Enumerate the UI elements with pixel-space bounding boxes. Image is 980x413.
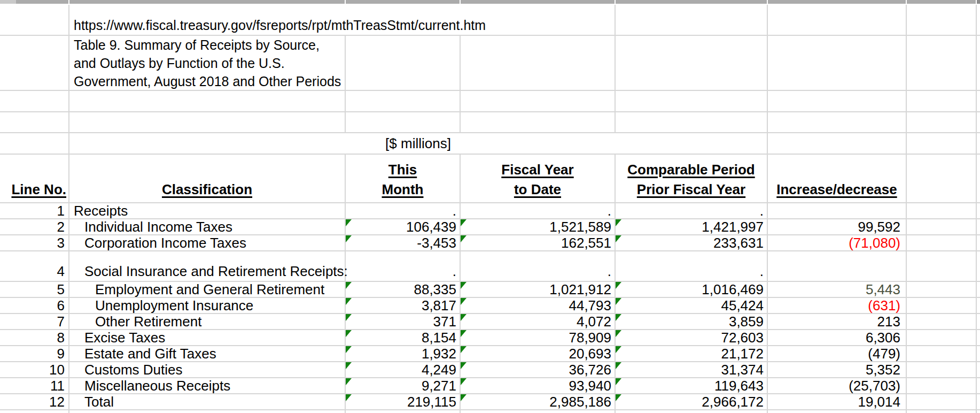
prior-period-cell[interactable]: . [616, 203, 768, 218]
fiscal-ytd-cell[interactable]: . [461, 251, 616, 281]
prior-period-cell[interactable]: 233,631 [616, 235, 768, 250]
increase-decrease-cell[interactable]: (631) [768, 298, 907, 313]
header-comparable-period-cell[interactable]: Comparable Period Prior Fiscal Year [616, 155, 768, 202]
increase-decrease-cell[interactable]: (71,080) [768, 235, 907, 250]
empty-cell[interactable] [907, 346, 977, 361]
classification-cell[interactable]: Individual Income Taxes [69, 219, 346, 234]
empty-cell[interactable] [907, 378, 977, 393]
fiscal-ytd-cell[interactable]: 93,940 [461, 378, 616, 393]
empty-cell[interactable] [977, 378, 980, 393]
line-no-cell[interactable]: 3 [0, 235, 69, 250]
empty-cell[interactable] [977, 314, 980, 329]
empty-cell[interactable] [0, 5, 69, 35]
empty-cell[interactable] [907, 235, 977, 250]
classification-cell[interactable]: Excise Taxes [69, 330, 346, 345]
this-month-cell[interactable]: 1,932 [346, 346, 461, 361]
empty-cell[interactable] [768, 91, 907, 111]
empty-cell[interactable] [977, 219, 980, 234]
this-month-cell[interactable]: 9,271 [346, 378, 461, 393]
empty-cell[interactable] [907, 155, 977, 202]
increase-decrease-cell[interactable]: 19,014 [768, 394, 907, 409]
empty-cell[interactable] [0, 112, 69, 132]
prior-period-cell[interactable]: 21,172 [616, 346, 768, 361]
empty-cell[interactable] [461, 91, 616, 111]
empty-cell[interactable] [0, 91, 69, 111]
increase-decrease-cell[interactable]: 5,352 [768, 362, 907, 377]
this-month-cell[interactable]: . [346, 203, 461, 218]
table-title-cell[interactable]: Table 9. Summary of Receipts by Source, … [69, 36, 346, 90]
empty-cell[interactable] [346, 112, 461, 132]
empty-cell[interactable] [768, 5, 907, 35]
increase-decrease-cell[interactable]: (25,703) [768, 378, 907, 393]
line-no-cell[interactable]: 9 [0, 346, 69, 361]
url-cell[interactable]: https://www.fiscal.treasury.gov/fsreport… [69, 5, 616, 35]
increase-decrease-cell[interactable]: 5,443 [768, 282, 907, 297]
fiscal-ytd-cell[interactable]: 1,521,589 [461, 219, 616, 234]
line-no-cell[interactable]: 1 [0, 203, 69, 218]
empty-cell[interactable] [977, 203, 980, 218]
empty-cell[interactable] [768, 112, 907, 132]
classification-cell[interactable]: Customs Duties [69, 362, 346, 377]
header-this-month-cell[interactable]: This Month [346, 155, 461, 202]
empty-cell[interactable] [768, 36, 907, 90]
line-no-cell[interactable]: 6 [0, 298, 69, 313]
classification-cell[interactable]: Miscellaneous Receipts [69, 378, 346, 393]
empty-cell[interactable] [69, 112, 346, 132]
empty-cell[interactable] [461, 112, 616, 132]
header-classification-cell[interactable]: Classification [69, 155, 346, 202]
empty-cell[interactable] [768, 133, 907, 154]
fiscal-ytd-cell[interactable]: 36,726 [461, 362, 616, 377]
empty-cell[interactable] [616, 112, 768, 132]
empty-cell[interactable] [907, 5, 977, 35]
line-no-cell[interactable]: 7 [0, 314, 69, 329]
this-month-cell[interactable]: 3,817 [346, 298, 461, 313]
classification-cell[interactable]: Estate and Gift Taxes [69, 346, 346, 361]
increase-decrease-cell[interactable] [768, 251, 907, 281]
empty-cell[interactable] [907, 282, 977, 297]
line-no-cell[interactable]: 4 [0, 251, 69, 281]
classification-cell[interactable]: Employment and General Retirement [69, 282, 346, 297]
line-no-cell[interactable]: 10 [0, 362, 69, 377]
empty-cell[interactable] [977, 91, 980, 111]
fiscal-ytd-cell[interactable]: . [461, 203, 616, 218]
increase-decrease-cell[interactable]: 99,592 [768, 219, 907, 234]
empty-cell[interactable] [977, 133, 980, 154]
fiscal-ytd-cell[interactable]: 78,909 [461, 330, 616, 345]
prior-period-cell[interactable]: 72,603 [616, 330, 768, 345]
empty-cell[interactable] [977, 36, 980, 90]
header-line-no-cell[interactable]: Line No. [0, 155, 69, 202]
prior-period-cell[interactable]: . [616, 251, 768, 281]
units-cell[interactable]: [$ millions] [69, 133, 768, 154]
fiscal-ytd-cell[interactable]: 20,693 [461, 346, 616, 361]
increase-decrease-cell[interactable]: 6,306 [768, 330, 907, 345]
this-month-cell[interactable]: . [346, 251, 461, 281]
empty-cell[interactable] [977, 330, 980, 345]
increase-decrease-cell[interactable]: 213 [768, 314, 907, 329]
this-month-cell[interactable]: 219,115 [346, 394, 461, 409]
fiscal-ytd-cell[interactable]: 162,551 [461, 235, 616, 250]
header-increase-decrease-cell[interactable]: Increase/decrease [768, 155, 907, 202]
empty-cell[interactable] [461, 36, 616, 90]
this-month-cell[interactable]: -3,453 [346, 235, 461, 250]
fiscal-ytd-cell[interactable]: 2,985,186 [461, 394, 616, 409]
this-month-cell[interactable]: 4,249 [346, 362, 461, 377]
increase-decrease-cell[interactable]: (479) [768, 346, 907, 361]
line-no-cell[interactable]: 2 [0, 219, 69, 234]
line-no-cell[interactable]: 11 [0, 378, 69, 393]
empty-cell[interactable] [69, 91, 346, 111]
increase-decrease-cell[interactable] [768, 203, 907, 218]
prior-period-cell[interactable]: 3,859 [616, 314, 768, 329]
fiscal-ytd-cell[interactable]: 44,793 [461, 298, 616, 313]
empty-cell[interactable] [977, 394, 980, 409]
classification-cell[interactable]: Other Retirement [69, 314, 346, 329]
classification-cell[interactable]: Corporation Income Taxes [69, 235, 346, 250]
empty-cell[interactable] [977, 362, 980, 377]
line-no-cell[interactable]: 8 [0, 330, 69, 345]
empty-cell[interactable] [907, 314, 977, 329]
empty-cell[interactable] [616, 5, 768, 35]
empty-cell[interactable] [977, 112, 980, 132]
this-month-cell[interactable]: 106,439 [346, 219, 461, 234]
empty-cell[interactable] [977, 155, 980, 202]
empty-cell[interactable] [907, 36, 977, 90]
empty-cell[interactable] [346, 91, 461, 111]
